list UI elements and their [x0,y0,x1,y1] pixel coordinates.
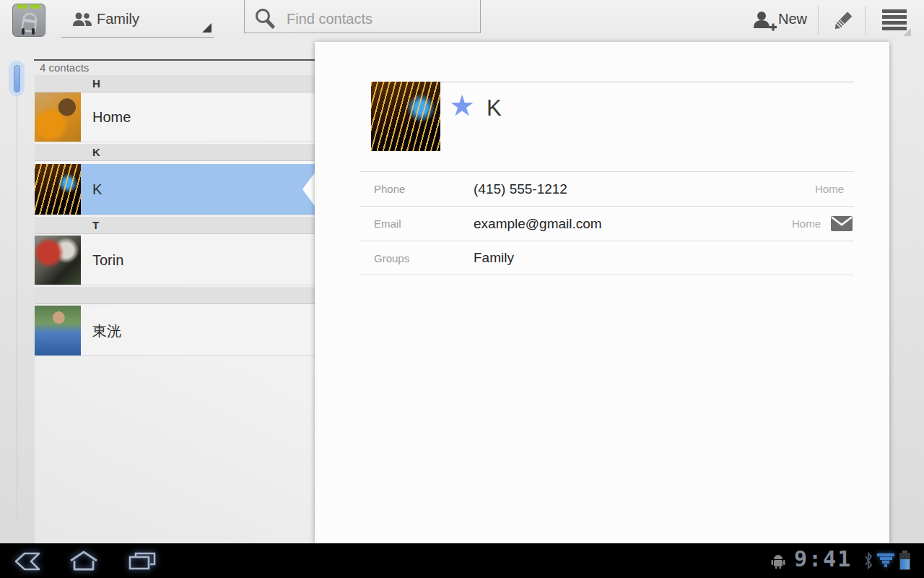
contact-photo [35,92,81,142]
toolbar-divider [865,6,866,35]
battery-icon [899,551,910,570]
contact-photo [35,164,81,215]
search-icon [253,7,277,31]
android-robot-icon [770,555,787,569]
group-selector-label: Family [97,11,139,27]
new-button-label: New [778,11,807,27]
search-placeholder: Find contacts [287,11,372,27]
email-value: example@gmail.com [474,216,792,232]
search-input[interactable]: Find contacts [244,0,481,33]
contact-name: 東洸 [92,321,121,340]
recent-apps-icon[interactable] [127,551,157,571]
contact-name: Home [92,109,131,126]
contact-row-home[interactable]: Home [35,92,315,142]
new-contact-button[interactable]: New [744,0,814,40]
dropdown-caret-icon [202,23,212,33]
android-robot-glyph [16,9,43,35]
contacts-app-icon[interactable] [12,4,45,37]
fast-scroll-handle[interactable] [14,65,20,92]
field-label: Email [359,217,474,230]
contact-photo [35,236,81,285]
contact-name: Torin [92,252,123,269]
contact-row-k-selected[interactable]: K [35,164,315,215]
binder-clip [32,28,35,35]
menu-corner-caret [903,28,911,36]
field-label: Groups [359,252,474,264]
detail-header-divider [440,82,854,82]
add-contact-icon [752,11,777,33]
email-type-label: Home [792,217,821,230]
back-icon[interactable] [13,552,42,571]
email-row[interactable]: Email example@gmail.com Home [359,206,854,241]
group-selector-dropdown[interactable]: Family [61,0,214,38]
contact-count: 4 contacts [35,61,315,75]
contact-row-torin[interactable]: Torin [35,236,315,285]
phone-row[interactable]: Phone (415) 555-1212 Home [359,171,854,206]
contact-photo [35,306,81,355]
section-header-k: K [35,144,315,161]
favorite-star-icon[interactable]: ★ [449,90,475,121]
groups-value: Family [474,250,854,266]
phone-value: (415) 555-1212 [474,181,815,197]
home-icon[interactable] [69,551,98,571]
groups-row[interactable]: Groups Family [359,241,854,275]
action-bar: Family Find contacts New [0,0,924,41]
phone-type-label: Home [815,183,844,195]
group-icon [72,12,92,27]
contact-name: K [92,181,102,198]
system-bar: 9:41 [0,543,924,578]
clock[interactable]: 9:41 [794,546,852,571]
section-header-h: H [35,75,315,92]
contact-row-kanji[interactable]: 東洸 [35,306,315,356]
scrollbar-track [17,95,17,519]
section-header-blank [35,287,315,304]
bluetooth-icon [863,551,873,570]
detail-contact-name: K [487,95,502,121]
detail-fields: Phone (415) 555-1212 Home Email example@… [359,171,854,275]
toolbar-divider [818,6,819,35]
contact-detail-panel: ★ K Phone (415) 555-1212 Home Email exam… [315,42,889,543]
overflow-menu-button[interactable] [875,6,915,36]
detail-contact-photo [371,82,440,151]
wifi-icon [876,553,895,568]
pencil-icon [831,9,854,33]
edit-button[interactable] [823,6,860,35]
field-label: Phone [359,183,474,195]
binder-clip [22,28,25,35]
section-header-t: T [35,217,315,234]
email-icon[interactable] [831,216,853,231]
